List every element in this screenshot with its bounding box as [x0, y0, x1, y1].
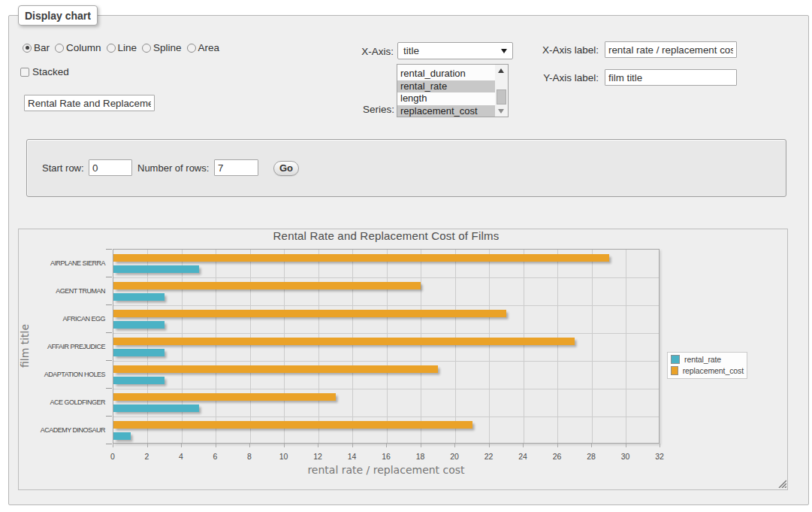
start-row-input[interactable]: [89, 159, 132, 176]
x-axis-select-label: X-Axis:: [334, 43, 394, 60]
series-option-rental_rate[interactable]: rental_rate: [397, 80, 495, 93]
legend-label: replacement_cost: [683, 366, 744, 375]
gridline-horizontal: [113, 389, 659, 389]
gridline-horizontal: [113, 305, 659, 306]
legend-entry: rental_rate: [671, 353, 744, 365]
chart-type-option-line: Line: [107, 42, 137, 53]
bar-replacement_cost: [113, 254, 609, 262]
gridline-vertical: [147, 250, 148, 443]
radio-label-bar: Bar: [34, 42, 50, 53]
gridline-vertical: [352, 250, 353, 443]
radio-line[interactable]: [107, 44, 116, 53]
bar-rental_rate: [113, 404, 199, 412]
stacked-row: Stacked: [20, 66, 69, 77]
gridline-vertical: [557, 250, 558, 443]
gridline-vertical: [216, 250, 216, 443]
radio-spline[interactable]: [142, 44, 151, 53]
radio-area[interactable]: [187, 44, 196, 53]
bar-replacement_cost: [113, 310, 506, 317]
radio-label-column: Column: [66, 42, 101, 53]
legend-entry: replacement_cost: [671, 365, 744, 377]
series-multiselect[interactable]: rental_durationrental_ratelengthreplacem…: [397, 64, 509, 117]
series-select-label: Series:: [334, 101, 394, 118]
gridline-vertical: [421, 250, 421, 443]
series-options: rental_durationrental_ratelengthreplacem…: [397, 68, 495, 117]
chart-title-input[interactable]: [24, 95, 155, 111]
start-row-label: Start row:: [42, 159, 84, 177]
series-option-replacement_cost[interactable]: replacement_cost: [397, 105, 495, 118]
bar-replacement_cost: [113, 393, 336, 401]
legend-swatch-replacement_cost: [671, 366, 678, 375]
bar-replacement_cost: [113, 365, 438, 373]
chart-type-radio-group: BarColumnLineSplineArea: [23, 42, 225, 53]
bar-rental_rate: [113, 293, 165, 301]
chart-y-axis-label: film title: [19, 340, 31, 352]
x-axis-label-input[interactable]: [605, 41, 737, 58]
chart-legend: rental_ratereplacement_cost: [667, 352, 747, 379]
gridline-vertical: [250, 250, 251, 443]
x-axis-selected-value: title: [403, 45, 419, 56]
gridline-horizontal: [113, 417, 659, 417]
select-dropdown-arrow-icon: [501, 49, 507, 53]
bar-rental_rate: [113, 349, 165, 356]
stacked-checkbox[interactable]: [20, 68, 29, 77]
scrollbar-down-arrow-icon[interactable]: [495, 105, 508, 117]
y-axis-label-input[interactable]: [605, 69, 737, 86]
resize-handle-icon[interactable]: [777, 479, 786, 488]
bar-replacement_cost: [113, 282, 421, 289]
gridline-horizontal: [113, 361, 659, 362]
stacked-label: Stacked: [32, 66, 69, 77]
scrollbar-up-arrow-icon[interactable]: [495, 65, 508, 77]
bar-replacement_cost: [113, 338, 575, 345]
gridline-vertical: [182, 250, 183, 443]
bar-rental_rate: [113, 321, 165, 329]
bar-rental_rate: [113, 377, 165, 384]
gridline-vertical: [387, 250, 388, 443]
gridline-vertical: [626, 250, 626, 443]
gridline-vertical: [318, 250, 319, 443]
legend-swatch-rental_rate: [671, 355, 680, 364]
gridline-vertical: [489, 250, 490, 443]
radio-label-area: Area: [198, 42, 220, 53]
chart-x-axis-label: rental rate / replacement cost: [113, 464, 660, 476]
chart-type-option-bar: Bar: [23, 42, 50, 53]
series-option-rental_duration[interactable]: rental_duration: [397, 68, 495, 80]
radio-column[interactable]: [55, 44, 64, 53]
bar-rental_rate: [113, 265, 199, 273]
scrollbar-thumb[interactable]: [497, 89, 506, 105]
gridline-vertical: [455, 250, 456, 443]
legend-label: rental_rate: [684, 355, 721, 364]
gridline-vertical: [524, 250, 524, 443]
radio-label-spline: Spline: [153, 42, 182, 53]
y-axis-label-label: Y-Axis label:: [531, 69, 599, 86]
series-scrollbar[interactable]: [495, 65, 508, 117]
number-of-rows-label: Number of rows:: [137, 159, 209, 177]
bar-replacement_cost: [113, 421, 472, 429]
bar-rental_rate: [113, 432, 131, 440]
chart-type-option-column: Column: [55, 42, 101, 53]
gridline-vertical: [592, 250, 593, 443]
x-axis-label-label: X-Axis label:: [531, 41, 599, 59]
chart-type-option-spline: Spline: [142, 42, 182, 53]
chart-type-option-area: Area: [187, 42, 220, 53]
number-of-rows-input[interactable]: [214, 159, 258, 176]
chart-grid: [113, 249, 660, 444]
radio-label-line: Line: [118, 42, 137, 53]
go-button[interactable]: Go: [273, 161, 299, 176]
series-option-length[interactable]: length: [397, 92, 495, 105]
fieldset-legend: Display chart: [18, 5, 98, 26]
chart-title: Rental Rate and Replacement Cost of Film…: [113, 229, 660, 242]
gridline-vertical: [284, 250, 285, 443]
gridline-horizontal: [113, 333, 659, 334]
gridline-horizontal: [113, 277, 659, 278]
x-axis-select[interactable]: title: [397, 42, 513, 59]
radio-bar[interactable]: [23, 44, 32, 53]
